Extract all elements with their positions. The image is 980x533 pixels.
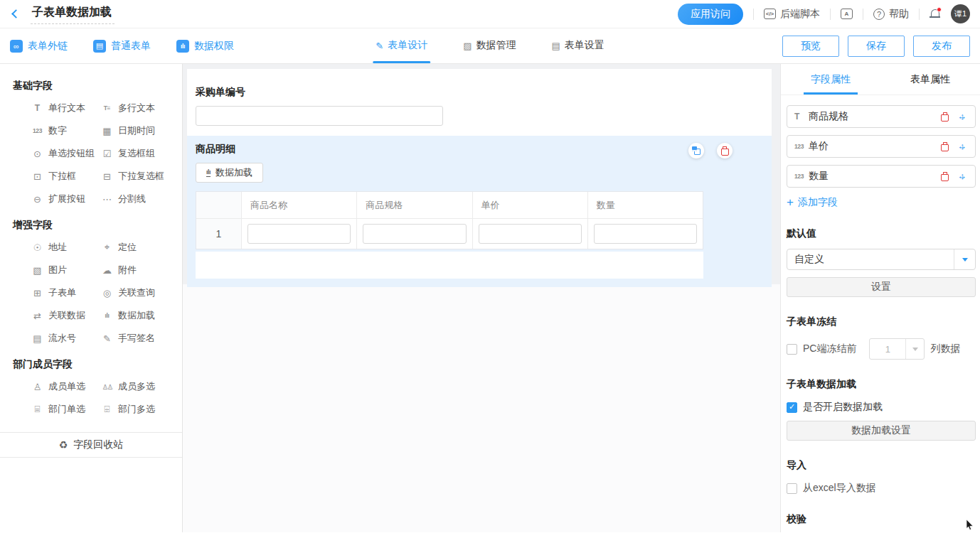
subform-cell-input[interactable] <box>594 224 697 244</box>
panel-tab-field-props[interactable]: 字段属性 <box>781 64 880 95</box>
tab-icon: ▨ <box>463 41 472 51</box>
toolbar-links: ∞ 表单外链 ▤ 普通表单 ılı 数据权限 <box>10 40 234 53</box>
subform-cell-input[interactable] <box>363 224 466 244</box>
field-type-datetime[interactable]: ▦ 日期时间 <box>101 119 182 142</box>
field-type-icon: ☑ <box>101 149 113 159</box>
data-load-checkbox[interactable] <box>787 402 797 413</box>
help-button[interactable]: ? 帮助 <box>873 8 909 21</box>
subform-cell-input[interactable] <box>247 224 351 244</box>
default-value-set-button[interactable]: 设置 <box>787 277 976 297</box>
field-type-number[interactable]: 123 数字 <box>31 119 101 142</box>
field-type-label: 流水号 <box>48 332 76 345</box>
subform-cell-input[interactable] <box>479 224 582 244</box>
field-type-divider[interactable]: ⋯ 分割线 <box>101 188 182 210</box>
help-label: 帮助 <box>889 8 909 21</box>
copy-icon <box>692 146 701 155</box>
field-group: 基础字段 T 单行文本 T≡ 多行文本 123 数字 ▦ 日期时间 ⊙ 单选按钮… <box>0 72 182 212</box>
preview-button[interactable]: 预览 <box>782 36 839 57</box>
subform-add-row-area[interactable] <box>196 252 703 279</box>
main-tab-design[interactable]: ✎ 表单设计 <box>373 28 430 63</box>
panel-tab-form-props[interactable]: 表单属性 <box>880 64 980 95</box>
toolbar-link-bar-chart[interactable]: ılı 数据权限 <box>176 40 234 53</box>
language-button[interactable]: A <box>841 9 853 19</box>
field-type-icon: ⊟ <box>101 171 113 182</box>
field-type-checkbox-group[interactable]: ☑ 复选框组 <box>101 142 182 165</box>
header-right: 应用访问 </> 后端脚本 A ? 帮助 谭1 <box>678 4 970 25</box>
field-type-select[interactable]: ⊡ 下拉框 <box>31 165 101 188</box>
field-type-location[interactable]: ⌖ 定位 <box>101 236 182 259</box>
delete-field-icon[interactable] <box>941 172 949 181</box>
avatar[interactable]: 谭1 <box>951 4 970 23</box>
freeze-checkbox[interactable] <box>787 344 797 355</box>
bar-chart-icon: ılı <box>206 168 211 177</box>
bell-icon[interactable] <box>930 9 941 19</box>
import-checkbox[interactable] <box>787 483 797 494</box>
field-type-signature[interactable]: ✎ 手写签名 <box>101 327 182 350</box>
move-field-icon[interactable] <box>957 112 968 122</box>
delete-button[interactable] <box>717 143 733 158</box>
purchase-no-input[interactable] <box>196 106 443 126</box>
subform-block-selected[interactable]: 商品明细 ılı 数据加载 商品名称商品规格单价数量 1 <box>187 136 772 287</box>
field-type-multi-text[interactable]: T≡ 多行文本 <box>101 97 182 119</box>
freeze-caret-segment[interactable] <box>905 339 924 359</box>
field-group-grid: ♙ 成员单选 ♙♙ 成员多选 ⌸ 部门单选 ⌹ 部门多选 <box>0 375 182 422</box>
data-load-button[interactable]: ılı 数据加载 <box>196 163 263 183</box>
move-field-icon[interactable] <box>957 171 968 182</box>
delete-field-icon[interactable] <box>941 112 949 122</box>
freeze-row: PC端冻结前 1 列数据 <box>787 338 976 360</box>
add-field-button[interactable]: 添加字段 <box>787 196 838 209</box>
import-title: 导入 <box>787 459 976 472</box>
freeze-title: 子表单冻结 <box>787 316 976 328</box>
toolbar-link-link[interactable]: ∞ 表单外链 <box>10 40 68 53</box>
recycle-label: 字段回收站 <box>73 438 123 451</box>
properties-panel: 字段属性表单属性 T 商品规格 123 单价 123 数量 添加字段 默认值 自… <box>780 64 980 532</box>
field-type-serial-number[interactable]: ▤ 流水号 <box>31 327 101 350</box>
header: 子表单数据加载 应用访问 </> 后端脚本 A ? 帮助 谭1 <box>0 0 980 28</box>
backend-script-button[interactable]: </> 后端脚本 <box>764 8 820 21</box>
default-value-select[interactable]: 自定义 <box>787 249 976 270</box>
field-type-single-text[interactable]: T 单行文本 <box>31 97 101 119</box>
field-type-member-single[interactable]: ♙ 成员单选 <box>31 375 101 398</box>
field-type-linked-query[interactable]: ◎ 关联查询 <box>101 281 182 304</box>
trash-icon <box>721 146 729 156</box>
field-group: 部门成员字段 ♙ 成员单选 ♙♙ 成员多选 ⌸ 部门单选 ⌹ 部门多选 <box>0 351 182 422</box>
save-button[interactable]: 保存 <box>848 36 905 57</box>
app-access-button[interactable]: 应用访问 <box>678 4 743 25</box>
freeze-count-select[interactable]: 1 <box>869 338 925 360</box>
publish-button[interactable]: 发布 <box>913 36 970 57</box>
toolbar-link-icon: ∞ <box>10 40 23 53</box>
field-type-dept-single[interactable]: ⌸ 部门单选 <box>31 398 101 421</box>
field-type-subform[interactable]: ⊞ 子表单 <box>31 281 101 304</box>
field-type-label: 附件 <box>118 264 137 276</box>
panel-field-row[interactable]: 123 单价 <box>787 135 976 158</box>
copy-button[interactable] <box>688 143 704 158</box>
main-tab-data[interactable]: ▨ 数据管理 <box>460 28 518 63</box>
field-type-image[interactable]: ▧ 图片 <box>31 259 101 281</box>
page-title[interactable]: 子表单数据加载 <box>31 4 114 24</box>
field-type-dept-multi[interactable]: ⌹ 部门多选 <box>101 398 182 421</box>
field-type-multi-select[interactable]: ⊟ 下拉复选框 <box>101 165 182 188</box>
main-tab-settings[interactable]: ▤ 表单设置 <box>548 28 607 63</box>
row-number-cell: 1 <box>196 219 242 249</box>
field-type-address[interactable]: ☉ 地址 <box>31 236 101 259</box>
subform-column-header: 单价 <box>473 192 588 218</box>
field-type-extend-button[interactable]: ⊖ 扩展按钮 <box>31 188 101 210</box>
move-field-icon[interactable] <box>957 141 968 152</box>
main-tabs: ✎ 表单设计 ▨ 数据管理 ▤ 表单设置 <box>373 28 607 63</box>
select-caret-segment[interactable] <box>954 249 975 269</box>
field-type-label: 图片 <box>48 264 67 276</box>
field-type-data-load[interactable]: ılı 数据加载 <box>101 304 182 327</box>
purchase-no-field[interactable]: 采购单编号 <box>196 86 763 126</box>
field-type-radio-group[interactable]: ⊙ 单选按钮组 <box>31 142 101 165</box>
delete-field-icon[interactable] <box>941 142 949 151</box>
field-recycle-bin[interactable]: ♻ 字段回收站 <box>0 432 182 458</box>
toolbar-link-form[interactable]: ▤ 普通表单 <box>93 40 151 53</box>
data-load-settings-button[interactable]: 数据加载设置 <box>787 421 976 441</box>
panel-field-row[interactable]: 123 数量 <box>787 165 976 188</box>
back-icon[interactable] <box>11 9 21 18</box>
field-type-member-multi[interactable]: ♙♙ 成员多选 <box>101 375 182 398</box>
field-type-attachment[interactable]: ☁ 附件 <box>101 259 182 281</box>
field-type-linked-data[interactable]: ⇄ 关联数据 <box>31 304 101 327</box>
toolbar-link-icon: ▤ <box>93 40 106 53</box>
panel-field-row[interactable]: T 商品规格 <box>787 105 976 128</box>
